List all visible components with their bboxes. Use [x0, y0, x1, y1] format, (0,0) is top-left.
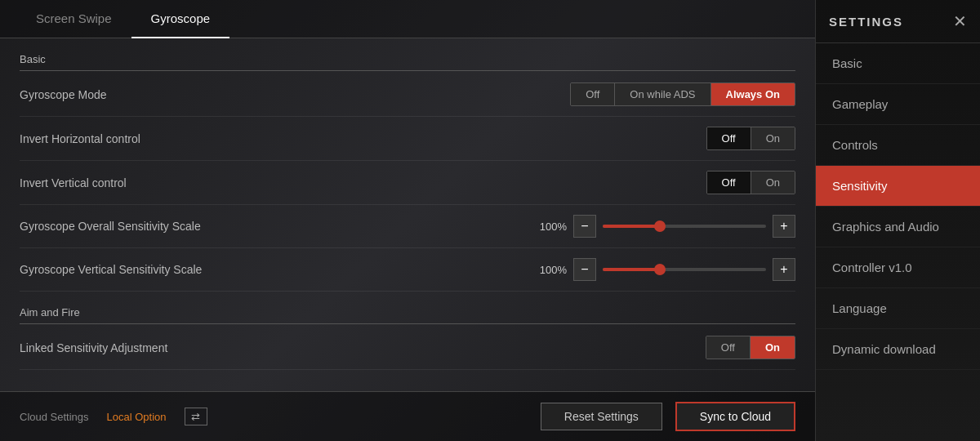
- sidebar-items: Basic Gameplay Controls Sensitivity Grap…: [816, 43, 980, 441]
- gyro-vertical-track[interactable]: [603, 268, 766, 271]
- sidebar-item-graphics-audio[interactable]: Graphics and Audio: [816, 207, 980, 247]
- setting-gyroscope-mode: Gyroscope Mode Off On while ADS Always O…: [20, 73, 795, 117]
- gyro-vertical-minus[interactable]: −: [573, 258, 596, 281]
- setting-invert-horizontal: Invert Horizontal control Off On: [20, 117, 795, 161]
- gyro-overall-plus[interactable]: +: [773, 215, 795, 238]
- gyro-overall-minus[interactable]: −: [573, 215, 596, 238]
- invert-vertical-toggle: Off On: [706, 171, 795, 194]
- invert-h-on[interactable]: On: [751, 127, 795, 149]
- sidebar-title-bar: SETTINGS ✕: [816, 0, 980, 43]
- gyro-overall-fill: [603, 225, 660, 228]
- invert-horizontal-label: Invert Horizontal control: [20, 132, 706, 145]
- linked-sens-on[interactable]: On: [751, 336, 795, 359]
- gyro-vertical-sensitivity-control: 100% − +: [534, 258, 795, 281]
- setting-gyro-vertical-sensitivity: Gyroscope Vertical Sensitivity Scale 100…: [20, 248, 795, 292]
- toggle-on-while-ads[interactable]: On while ADS: [615, 83, 710, 105]
- gyro-overall-sensitivity-label: Gyroscope Overall Sensitivity Scale: [20, 220, 534, 233]
- linked-sensitivity-toggle: Off On: [706, 336, 795, 359]
- invert-v-off[interactable]: Off: [707, 172, 751, 194]
- gyro-overall-thumb[interactable]: [654, 220, 666, 232]
- tab-gyroscope[interactable]: Gyroscope: [131, 0, 230, 38]
- gyro-vertical-plus[interactable]: +: [773, 258, 795, 281]
- toggle-off[interactable]: Off: [571, 83, 615, 105]
- gyro-vertical-thumb[interactable]: [654, 264, 666, 275]
- sidebar: SETTINGS ✕ Basic Gameplay Controls Sensi…: [815, 0, 980, 441]
- close-icon[interactable]: ✕: [953, 11, 967, 31]
- gyroscope-mode-control: Off On while ADS Always On: [570, 82, 795, 106]
- setting-invert-vertical: Invert Vertical control Off On: [20, 161, 795, 205]
- cloud-settings-label: Cloud Settings: [20, 411, 89, 423]
- reset-settings-button[interactable]: Reset Settings: [541, 403, 662, 430]
- gyro-overall-sensitivity-control: 100% − +: [534, 215, 795, 238]
- settings-body: Basic Gyroscope Mode Off On while ADS Al…: [0, 38, 815, 391]
- sidebar-item-language[interactable]: Language: [816, 288, 980, 329]
- sidebar-item-sensitivity[interactable]: Sensitivity: [816, 166, 980, 207]
- sidebar-item-dynamic-download[interactable]: Dynamic download: [816, 329, 980, 370]
- gyro-vertical-fill: [603, 268, 660, 271]
- gyro-vertical-sensitivity-label: Gyroscope Vertical Sensitivity Scale: [20, 263, 534, 276]
- gyroscope-mode-label: Gyroscope Mode: [20, 88, 570, 101]
- sidebar-title-text: SETTINGS: [829, 15, 903, 29]
- invert-horizontal-toggle: Off On: [706, 127, 795, 150]
- sidebar-item-gameplay[interactable]: Gameplay: [816, 84, 980, 125]
- bottom-bar: Cloud Settings Local Option ⇄ Reset Sett…: [0, 391, 815, 441]
- sidebar-item-controller[interactable]: Controller v1.0: [816, 247, 980, 288]
- gyro-vertical-pct: 100%: [534, 264, 567, 276]
- tabs-bar: Screen Swipe Gyroscope: [0, 0, 815, 38]
- section-aim-fire: Aim and Fire: [20, 300, 795, 324]
- section-basic: Basic: [20, 47, 795, 71]
- invert-vertical-control: Off On: [706, 171, 795, 194]
- tab-screen-swipe[interactable]: Screen Swipe: [16, 0, 131, 38]
- setting-gyro-overall-sensitivity: Gyroscope Overall Sensitivity Scale 100%…: [20, 205, 795, 248]
- sidebar-item-controls[interactable]: Controls: [816, 125, 980, 166]
- invert-v-on[interactable]: On: [751, 172, 795, 194]
- toggle-always-on[interactable]: Always On: [711, 83, 795, 105]
- gyro-overall-pct: 100%: [534, 220, 567, 233]
- setting-linked-sensitivity: Linked Sensitivity Adjustment Off On: [20, 326, 795, 370]
- gyro-overall-track[interactable]: [603, 225, 766, 228]
- linked-sensitivity-label: Linked Sensitivity Adjustment: [20, 341, 706, 354]
- cloud-sync-icon[interactable]: ⇄: [185, 408, 207, 425]
- linked-sens-off[interactable]: Off: [706, 336, 751, 359]
- cloud-settings-value: Local Option: [107, 411, 167, 423]
- invert-h-off[interactable]: Off: [707, 127, 751, 149]
- main-content: Screen Swipe Gyroscope Basic Gyroscope M…: [0, 0, 815, 441]
- sync-to-cloud-button[interactable]: Sync to Cloud: [675, 402, 795, 431]
- linked-sensitivity-control: Off On: [706, 336, 795, 359]
- gyroscope-mode-toggle: Off On while ADS Always On: [570, 82, 795, 106]
- invert-horizontal-control: Off On: [706, 127, 795, 150]
- invert-vertical-label: Invert Vertical control: [20, 176, 706, 189]
- sidebar-item-basic[interactable]: Basic: [816, 43, 980, 84]
